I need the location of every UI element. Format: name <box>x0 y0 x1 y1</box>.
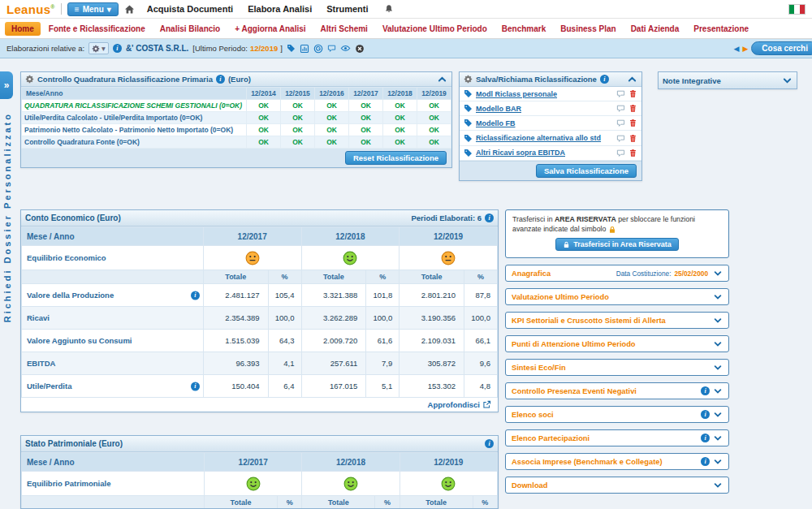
quadratura-header[interactable]: Controllo Quadratura Riclassificazione P… <box>21 72 451 87</box>
delete-icon[interactable] <box>628 119 637 127</box>
metric-total: 3.262.289 <box>301 307 366 330</box>
info-icon[interactable]: i <box>191 291 200 300</box>
nav-valutazione-ultimo-periodo[interactable]: Valutazione Ultimo Periodo <box>376 22 494 36</box>
riclassificazione-link[interactable]: Altri Ricavi sopra EBITDA <box>476 149 613 157</box>
nav-presentazione[interactable]: Presentazione <box>687 22 755 36</box>
cosa-cerchi-button[interactable]: Cosa cerchi <box>751 41 812 55</box>
collapse-icon[interactable] <box>437 74 447 84</box>
comment-icon[interactable] <box>616 149 625 157</box>
riclassificazione-link[interactable]: Modl Riclass personale <box>476 90 613 98</box>
panel-sintesi-eco-fin[interactable]: Sintesi Eco/Fin <box>505 359 729 376</box>
panel-title: Sintesi Eco/Fin <box>512 364 710 372</box>
gear-icon[interactable] <box>25 75 34 84</box>
nav-aggiorna-analisi[interactable]: + Aggiorna Analisi <box>228 22 312 36</box>
delete-icon[interactable] <box>628 104 637 113</box>
quadratura-header-row: Mese/Anno12/201412/201512/201612/201712/… <box>22 88 451 100</box>
bell-icon[interactable] <box>384 4 394 14</box>
comment-icon[interactable] <box>616 119 625 127</box>
metric-pct: 7,9 <box>366 352 400 375</box>
comment-icon[interactable] <box>327 44 336 54</box>
metric-pct: 100,0 <box>268 307 301 330</box>
equilibrio-row: Equilibrio Economico <box>22 246 498 270</box>
nav-benchmark[interactable]: Benchmark <box>495 22 552 36</box>
panel-download[interactable]: Download <box>505 477 729 494</box>
col-header-pct: % <box>464 270 498 284</box>
col-header-period: 12/2019 <box>400 227 498 246</box>
comment-icon[interactable] <box>616 89 625 98</box>
salva-item: Modello FB <box>460 116 641 131</box>
next-arrow-icon[interactable]: ▶ <box>742 45 748 53</box>
panel-anagrafica[interactable]: AnagraficaData Costituzione:25/02/2000 <box>505 265 729 282</box>
info-icon[interactable]: i <box>701 386 710 395</box>
close-circle-icon[interactable] <box>355 43 365 53</box>
check-status: OK <box>383 100 417 112</box>
trasferisci-area-riservata-button[interactable]: Trasferisci in Area Riservata <box>555 238 679 251</box>
riclassificazione-link[interactable]: Modello FB <box>476 119 613 127</box>
info-icon[interactable]: i <box>216 75 225 84</box>
info-icon[interactable]: i <box>701 410 710 419</box>
metric-label: Valore Aggiunto su Consumi <box>22 330 204 352</box>
info-icon[interactable]: i <box>701 434 710 442</box>
comment-icon[interactable] <box>616 133 625 142</box>
panel-elenco-partecipazioni[interactable]: Elenco Partecipazionii <box>505 429 729 446</box>
nav-analisi-bilancio[interactable]: Analisi Bilancio <box>153 22 227 36</box>
col-header-totale: Totale <box>400 270 464 284</box>
g-circle-icon[interactable] <box>313 43 323 53</box>
comment-icon[interactable] <box>616 104 625 113</box>
company-name[interactable]: &' COSTA S.R.L. <box>126 44 188 53</box>
info-icon[interactable]: i <box>113 44 122 53</box>
nav-altri-schemi[interactable]: Altri Schemi <box>314 22 374 36</box>
nav-fonte-e-riclassificazione[interactable]: Fonte e Riclassificazione <box>42 22 152 36</box>
panel-elenco-soci[interactable]: Elenco socii <box>505 406 729 423</box>
collapse-icon[interactable] <box>627 74 637 84</box>
info-icon[interactable]: i <box>485 439 494 448</box>
nav-dati-azienda[interactable]: Dati Azienda <box>624 22 686 36</box>
delete-icon[interactable] <box>628 149 637 157</box>
eye-icon[interactable] <box>340 43 351 54</box>
home-icon[interactable] <box>124 4 135 15</box>
top-menu: Acquista DocumentiElabora AnalisiStrumen… <box>147 4 369 14</box>
approfondisci-link[interactable]: Approfondisci <box>428 400 491 409</box>
panel-valutazione-ultimo-periodo[interactable]: Valutazione Ultimo Periodo <box>505 288 729 305</box>
richiedi-dossier-link[interactable]: Richiedi Dossier Personalizzato <box>2 112 12 322</box>
panel-punti-di-attenzione-ultimo-periodo[interactable]: Punti di Attenzione Ultimo Periodo <box>505 335 729 352</box>
info-icon[interactable]: i <box>485 214 494 222</box>
prev-arrow-icon[interactable]: ◀ <box>733 45 739 53</box>
topmenu-acquista-documenti[interactable]: Acquista Documenti <box>147 4 233 14</box>
chevron-down-icon <box>713 434 723 443</box>
reset-riclassificazione-button[interactable]: Reset Riclassificazione <box>345 151 447 165</box>
italy-flag-icon[interactable] <box>788 4 806 15</box>
note-integrative-panel[interactable]: Note Integrative <box>658 71 797 89</box>
salva-item: Modl Riclass personale <box>460 87 641 101</box>
col-header-totale: Totale <box>400 496 473 509</box>
leanus-logo[interactable]: Leanus® <box>6 2 55 16</box>
settings-dropdown[interactable]: ▾ <box>89 42 109 54</box>
delete-icon[interactable] <box>628 133 637 142</box>
salva-header[interactable]: Salva/Richiama Riclassificazione i <box>460 72 641 87</box>
panel-kpi-settoriali-e-cruscotto-sistemi-di-allerta[interactable]: KPI Settoriali e Cruscotto Sistemi di Al… <box>505 312 729 329</box>
main-nav: HomeFonte e RiclassificazioneAnalisi Bil… <box>0 19 812 39</box>
nav-home[interactable]: Home <box>5 22 41 36</box>
ultimo-periodo: [Ultimo Periodo:12/2019] <box>192 44 283 53</box>
info-icon[interactable]: i <box>191 382 200 390</box>
delete-icon[interactable] <box>628 89 637 98</box>
expand-sidebar-tab[interactable]: » <box>0 71 13 99</box>
quadratura-row: Utile/Perdita Calcolato - Utile/Perdita … <box>22 112 451 124</box>
col-header-pct: % <box>375 496 400 509</box>
chart-icon[interactable] <box>300 43 309 53</box>
info-icon[interactable]: i <box>701 457 710 466</box>
menu-button[interactable]: ≡Menu▾ <box>67 2 119 16</box>
panel-associa-imprese-benchmark-e-collegate[interactable]: Associa Imprese (Benchmark e Collegate)i <box>505 453 729 470</box>
riclassificazione-link[interactable]: Modello BAR <box>476 105 613 113</box>
riclassificazione-link[interactable]: Riclassificazione alternativa allo std <box>476 134 613 142</box>
col-header-totale: Totale <box>203 270 268 284</box>
info-icon[interactable]: i <box>600 75 609 84</box>
chevron-down-icon[interactable] <box>782 75 793 86</box>
panel-controllo-presenza-eventi-negativi[interactable]: Controllo Presenza Eventi Negativii <box>505 382 729 399</box>
topmenu-strumenti[interactable]: Strumenti <box>326 4 368 14</box>
nav-business-plan[interactable]: Business Plan <box>554 22 622 36</box>
tag-icon[interactable] <box>287 44 296 54</box>
topmenu-elabora-analisi[interactable]: Elabora Analisi <box>248 4 312 14</box>
salva-riclassificazione-button[interactable]: Salva Riclassificazione <box>536 164 637 178</box>
panel-title: Controllo Presenza Eventi Negativi <box>512 387 698 395</box>
